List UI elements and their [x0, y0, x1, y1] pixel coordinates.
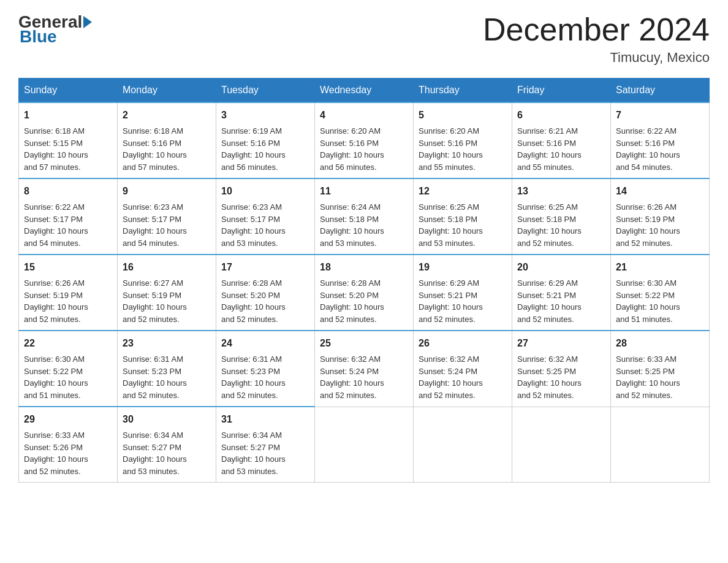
week-row-2: 8 Sunrise: 6:22 AMSunset: 5:17 PMDayligh… — [19, 178, 710, 255]
day-info: Sunrise: 6:25 AMSunset: 5:18 PMDaylight:… — [419, 202, 483, 248]
calendar-cell: 30 Sunrise: 6:34 AMSunset: 5:27 PMDaylig… — [118, 407, 216, 483]
day-info: Sunrise: 6:25 AMSunset: 5:18 PMDaylight:… — [517, 202, 582, 248]
calendar-header-row: SundayMondayTuesdayWednesdayThursdayFrid… — [19, 79, 710, 103]
calendar-cell — [315, 407, 414, 483]
calendar-cell: 17 Sunrise: 6:28 AMSunset: 5:20 PMDaylig… — [216, 255, 315, 331]
calendar-cell: 27 Sunrise: 6:32 AMSunset: 5:25 PMDaylig… — [512, 331, 611, 407]
calendar-cell: 4 Sunrise: 6:20 AMSunset: 5:16 PMDayligh… — [315, 102, 414, 178]
day-info: Sunrise: 6:26 AMSunset: 5:19 PMDaylight:… — [616, 202, 680, 248]
location-title: Timucuy, Mexico — [483, 50, 710, 66]
calendar-cell: 15 Sunrise: 6:26 AMSunset: 5:19 PMDaylig… — [19, 255, 118, 331]
day-info: Sunrise: 6:32 AMSunset: 5:24 PMDaylight:… — [320, 354, 384, 400]
week-row-3: 15 Sunrise: 6:26 AMSunset: 5:19 PMDaylig… — [19, 255, 710, 331]
day-number: 4 — [320, 108, 408, 123]
day-number: 8 — [24, 184, 112, 199]
calendar-cell — [611, 407, 710, 483]
calendar-cell: 20 Sunrise: 6:29 AMSunset: 5:21 PMDaylig… — [512, 255, 611, 331]
day-info: Sunrise: 6:18 AMSunset: 5:15 PMDaylight:… — [24, 126, 88, 172]
calendar-cell: 11 Sunrise: 6:24 AMSunset: 5:18 PMDaylig… — [315, 178, 414, 255]
day-number: 1 — [24, 108, 112, 123]
calendar-cell: 23 Sunrise: 6:31 AMSunset: 5:23 PMDaylig… — [118, 331, 216, 407]
column-header-wednesday: Wednesday — [315, 79, 414, 103]
day-number: 11 — [320, 184, 408, 199]
logo: General Blue — [18, 12, 93, 47]
day-info: Sunrise: 6:23 AMSunset: 5:17 PMDaylight:… — [123, 202, 187, 248]
calendar-cell — [512, 407, 611, 483]
calendar-cell: 5 Sunrise: 6:20 AMSunset: 5:16 PMDayligh… — [414, 102, 512, 178]
column-header-thursday: Thursday — [414, 79, 512, 103]
calendar-cell: 18 Sunrise: 6:28 AMSunset: 5:20 PMDaylig… — [315, 255, 414, 331]
day-number: 20 — [517, 260, 605, 275]
day-info: Sunrise: 6:33 AMSunset: 5:25 PMDaylight:… — [616, 354, 680, 400]
day-info: Sunrise: 6:30 AMSunset: 5:22 PMDaylight:… — [24, 354, 88, 400]
title-section: December 2024 Timucuy, Mexico — [483, 12, 710, 66]
day-info: Sunrise: 6:19 AMSunset: 5:16 PMDaylight:… — [221, 126, 286, 172]
day-number: 30 — [123, 412, 211, 427]
day-info: Sunrise: 6:30 AMSunset: 5:22 PMDaylight:… — [616, 278, 680, 324]
day-number: 7 — [616, 108, 704, 123]
day-number: 18 — [320, 260, 408, 275]
day-info: Sunrise: 6:29 AMSunset: 5:21 PMDaylight:… — [419, 278, 483, 324]
day-info: Sunrise: 6:33 AMSunset: 5:26 PMDaylight:… — [24, 431, 88, 476]
day-info: Sunrise: 6:20 AMSunset: 5:16 PMDaylight:… — [320, 126, 384, 172]
day-number: 5 — [419, 108, 507, 123]
day-number: 17 — [221, 260, 309, 275]
page-header: General Blue December 2024 Timucuy, Mexi… — [18, 12, 710, 66]
day-number: 29 — [24, 412, 112, 427]
day-number: 13 — [517, 184, 605, 199]
day-info: Sunrise: 6:20 AMSunset: 5:16 PMDaylight:… — [419, 126, 483, 172]
calendar-cell: 9 Sunrise: 6:23 AMSunset: 5:17 PMDayligh… — [118, 178, 216, 255]
calendar-cell: 21 Sunrise: 6:30 AMSunset: 5:22 PMDaylig… — [611, 255, 710, 331]
day-info: Sunrise: 6:32 AMSunset: 5:24 PMDaylight:… — [419, 354, 483, 400]
logo-blue: Blue — [20, 27, 57, 46]
calendar-cell: 1 Sunrise: 6:18 AMSunset: 5:15 PMDayligh… — [19, 102, 118, 178]
calendar-cell: 24 Sunrise: 6:31 AMSunset: 5:23 PMDaylig… — [216, 331, 315, 407]
calendar-cell: 19 Sunrise: 6:29 AMSunset: 5:21 PMDaylig… — [414, 255, 512, 331]
column-header-friday: Friday — [512, 79, 611, 103]
day-info: Sunrise: 6:21 AMSunset: 5:16 PMDaylight:… — [517, 126, 582, 172]
day-number: 28 — [616, 336, 704, 351]
calendar-table: SundayMondayTuesdayWednesdayThursdayFrid… — [18, 78, 710, 483]
day-info: Sunrise: 6:28 AMSunset: 5:20 PMDaylight:… — [320, 278, 384, 324]
day-number: 15 — [24, 260, 112, 275]
day-info: Sunrise: 6:23 AMSunset: 5:17 PMDaylight:… — [221, 202, 286, 248]
week-row-1: 1 Sunrise: 6:18 AMSunset: 5:15 PMDayligh… — [19, 102, 710, 178]
logo-arrow-icon — [83, 16, 92, 28]
day-number: 23 — [123, 336, 211, 351]
day-number: 2 — [123, 108, 211, 123]
month-title: December 2024 — [483, 12, 710, 47]
week-row-4: 22 Sunrise: 6:30 AMSunset: 5:22 PMDaylig… — [19, 331, 710, 407]
day-number: 21 — [616, 260, 704, 275]
day-number: 12 — [419, 184, 507, 199]
day-info: Sunrise: 6:31 AMSunset: 5:23 PMDaylight:… — [221, 354, 286, 400]
day-info: Sunrise: 6:22 AMSunset: 5:16 PMDaylight:… — [616, 126, 680, 172]
calendar-cell: 31 Sunrise: 6:34 AMSunset: 5:27 PMDaylig… — [216, 407, 315, 483]
calendar-cell: 8 Sunrise: 6:22 AMSunset: 5:17 PMDayligh… — [19, 178, 118, 255]
day-info: Sunrise: 6:34 AMSunset: 5:27 PMDaylight:… — [123, 431, 187, 476]
calendar-cell: 10 Sunrise: 6:23 AMSunset: 5:17 PMDaylig… — [216, 178, 315, 255]
day-number: 27 — [517, 336, 605, 351]
calendar-cell: 12 Sunrise: 6:25 AMSunset: 5:18 PMDaylig… — [414, 178, 512, 255]
day-info: Sunrise: 6:34 AMSunset: 5:27 PMDaylight:… — [221, 431, 286, 476]
day-number: 16 — [123, 260, 211, 275]
day-info: Sunrise: 6:24 AMSunset: 5:18 PMDaylight:… — [320, 202, 384, 248]
calendar-body: 1 Sunrise: 6:18 AMSunset: 5:15 PMDayligh… — [19, 102, 710, 483]
calendar-cell — [414, 407, 512, 483]
day-info: Sunrise: 6:27 AMSunset: 5:19 PMDaylight:… — [123, 278, 187, 324]
calendar-cell: 14 Sunrise: 6:26 AMSunset: 5:19 PMDaylig… — [611, 178, 710, 255]
day-number: 6 — [517, 108, 605, 123]
calendar-cell: 16 Sunrise: 6:27 AMSunset: 5:19 PMDaylig… — [118, 255, 216, 331]
day-info: Sunrise: 6:22 AMSunset: 5:17 PMDaylight:… — [24, 202, 88, 248]
week-row-5: 29 Sunrise: 6:33 AMSunset: 5:26 PMDaylig… — [19, 407, 710, 483]
day-number: 22 — [24, 336, 112, 351]
day-number: 26 — [419, 336, 507, 351]
day-info: Sunrise: 6:32 AMSunset: 5:25 PMDaylight:… — [517, 354, 582, 400]
day-number: 25 — [320, 336, 408, 351]
day-number: 14 — [616, 184, 704, 199]
column-header-saturday: Saturday — [611, 79, 710, 103]
day-info: Sunrise: 6:28 AMSunset: 5:20 PMDaylight:… — [221, 278, 286, 324]
column-header-tuesday: Tuesday — [216, 79, 315, 103]
day-number: 31 — [221, 412, 309, 427]
day-number: 10 — [221, 184, 309, 199]
day-number: 9 — [123, 184, 211, 199]
